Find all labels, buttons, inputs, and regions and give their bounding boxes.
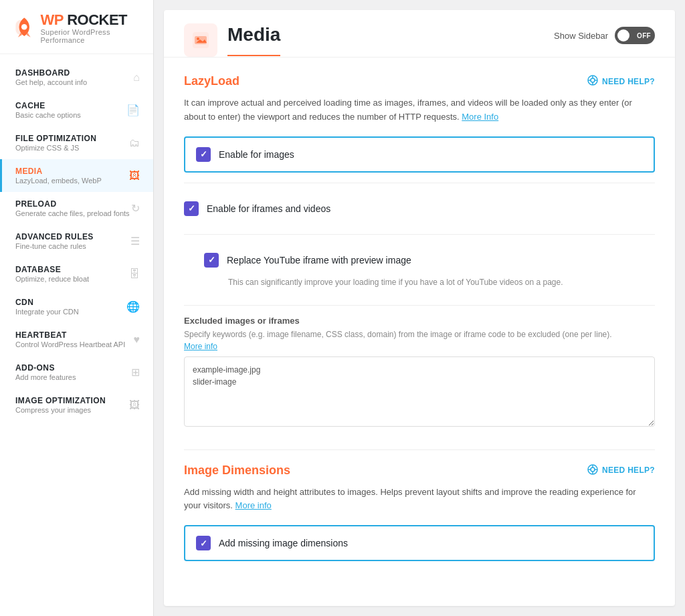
sidebar-toggle-area: Show Sidebar OFF	[554, 27, 655, 54]
replace-youtube-desc: This can significantly improve your load…	[204, 278, 563, 287]
excluded-title: Excluded images or iframes	[184, 316, 655, 326]
lazyload-need-help-text: NEED HELP?	[602, 77, 655, 86]
svg-point-4	[197, 37, 199, 40]
page-title: Media	[227, 24, 280, 56]
nav-label-advanced-rules: ADVANCED RULES	[15, 232, 94, 241]
replace-youtube-option[interactable]: ✓ Replace YouTube iframe with preview im…	[184, 245, 655, 295]
nav-label-add-ons: ADD-ONS	[15, 363, 76, 373]
divider-3	[184, 305, 655, 306]
replace-youtube-label: Replace YouTube iframe with preview imag…	[227, 255, 411, 266]
image-optimization-icon: 🖼	[129, 399, 140, 411]
excluded-section: Excluded images or iframes Specify keywo…	[184, 316, 655, 429]
sidebar-item-file-optimization[interactable]: FILE OPTIMIZATION Optimize CSS & JS 🗂	[0, 126, 153, 159]
sidebar-item-advanced-rules[interactable]: ADVANCED RULES Fine-tune cache rules ☰	[0, 225, 153, 258]
lazyload-title: LazyLoad	[184, 74, 239, 88]
cdn-icon: 🌐	[126, 300, 140, 313]
page-body: LazyLoad NEED HELP?	[164, 58, 675, 583]
nav-label-file-optimization: FILE OPTIMIZATION	[15, 134, 96, 143]
sidebar-item-preload[interactable]: PRELOAD Generate cache files, preload fo…	[0, 192, 153, 225]
nav-sublabel-advanced-rules: Fine-tune cache rules	[15, 242, 94, 250]
lazyload-desc-text: It can improve actual and perceived load…	[184, 98, 632, 122]
lazyload-section-header: LazyLoad NEED HELP?	[184, 74, 655, 88]
enable-iframes-label: Enable for iframes and videos	[207, 203, 330, 214]
excluded-desc-text: Specify keywords (e.g. image filename, C…	[184, 330, 612, 339]
nav-sublabel-file-optimization: Optimize CSS & JS	[15, 144, 96, 152]
excluded-description: Specify keywords (e.g. image filename, C…	[184, 328, 655, 352]
lazyload-need-help[interactable]: NEED HELP?	[587, 75, 655, 88]
nav-label-database: DATABASE	[15, 265, 89, 274]
image-dimensions-section: Image Dimensions NEED HELP?	[184, 449, 655, 562]
sidebar-toggle-label: Show Sidebar	[554, 31, 608, 41]
enable-iframes-option[interactable]: ✓ Enable for iframes and videos	[184, 193, 655, 224]
nav-sublabel-media: LazyLoad, embeds, WebP	[15, 177, 102, 185]
nav-label-cache: CACHE	[15, 101, 81, 110]
add-ons-icon: ⊞	[131, 366, 140, 379]
nav-sublabel-dashboard: Get help, account info	[15, 78, 87, 86]
database-icon: 🗄	[129, 268, 140, 280]
page-icon	[184, 23, 217, 57]
divider	[184, 183, 655, 183]
enable-images-label: Enable for images	[219, 149, 294, 160]
page-title-row: Media	[184, 23, 280, 57]
logo-wp-text: WP ROCKET	[40, 12, 140, 28]
heartbeat-icon: ♥	[134, 334, 140, 346]
nav-label-image-optimization: IMAGE OPTIMIZATION	[15, 396, 106, 405]
image-dimensions-more-info-link[interactable]: More info	[235, 500, 272, 510]
advanced-rules-icon: ☰	[130, 235, 140, 247]
sidebar-item-image-optimization[interactable]: IMAGE OPTIMIZATION Compress your images …	[0, 389, 153, 421]
nav-label-preload: PRELOAD	[15, 199, 130, 209]
cache-icon: 📄	[126, 104, 140, 116]
nav-sublabel-preload: Generate cache files, preload fonts	[15, 209, 130, 217]
nav-sublabel-cache: Basic cache options	[15, 111, 81, 119]
sidebar-item-heartbeat[interactable]: HEARTBEAT Control WordPress Heartbeat AP…	[0, 323, 153, 356]
enable-images-option[interactable]: ✓ Enable for images	[184, 136, 655, 173]
sidebar-item-add-ons[interactable]: ADD-ONS Add more features ⊞	[0, 356, 153, 389]
sidebar-item-database[interactable]: DATABASE Optimize, reduce bloat 🗄	[0, 258, 153, 290]
add-dimensions-label: Add missing image dimensions	[219, 538, 348, 548]
sidebar-item-dashboard[interactable]: DASHBOARD Get help, account info ⌂	[0, 61, 153, 94]
nav-sublabel-image-optimization: Compress your images	[15, 406, 106, 414]
svg-point-6	[591, 78, 595, 82]
toggle-circle	[617, 29, 629, 41]
lazyload-more-info-link[interactable]: More Info	[462, 112, 498, 122]
replace-youtube-checkbox[interactable]: ✓	[204, 253, 219, 268]
checkmark-icon-iframes: ✓	[188, 203, 195, 213]
page-header: Media Show Sidebar OFF	[164, 10, 675, 58]
checkmark-icon-dimensions: ✓	[200, 538, 207, 548]
image-dimensions-need-help-text: NEED HELP?	[602, 466, 655, 475]
add-dimensions-checkbox[interactable]: ✓	[196, 536, 211, 550]
sidebar-navigation: DASHBOARD Get help, account info ⌂ CACHE…	[0, 54, 153, 616]
dashboard-icon: ⌂	[133, 72, 140, 84]
replace-youtube-main: ✓ Replace YouTube iframe with preview im…	[204, 253, 411, 268]
excluded-more-info-link[interactable]: More info	[184, 342, 217, 351]
sidebar-item-cache[interactable]: CACHE Basic cache options 📄	[0, 94, 153, 126]
logo-rocket-icon	[13, 13, 35, 43]
media-icon: 🖼	[129, 170, 140, 182]
need-help-icon-dimensions	[587, 464, 598, 477]
enable-iframes-checkbox[interactable]: ✓	[184, 201, 199, 216]
divider-2	[184, 234, 655, 235]
sidebar-toggle-switch[interactable]: OFF	[615, 27, 655, 44]
sidebar: WP ROCKET Superior WordPress Performance…	[0, 0, 154, 616]
checkmark-icon: ✓	[200, 149, 207, 159]
image-dimensions-description: Add missing width and height attributes …	[184, 486, 655, 514]
excluded-textarea[interactable]: example-image.jpg slider-image	[184, 356, 655, 427]
image-dimensions-title: Image Dimensions	[184, 464, 290, 478]
sidebar-item-media[interactable]: MEDIA LazyLoad, embeds, WebP 🖼	[0, 159, 153, 192]
image-dimensions-need-help[interactable]: NEED HELP?	[587, 464, 655, 477]
nav-label-cdn: CDN	[15, 298, 79, 307]
nav-sublabel-database: Optimize, reduce bloat	[15, 275, 89, 283]
lazyload-description: It can improve actual and perceived load…	[184, 96, 655, 124]
nav-label-dashboard: DASHBOARD	[15, 68, 87, 78]
nav-label-media: MEDIA	[15, 167, 102, 176]
sidebar-item-cdn[interactable]: CDN Integrate your CDN 🌐	[0, 290, 153, 323]
need-help-icon	[587, 75, 598, 88]
logo-tagline: Superior WordPress Performance	[40, 28, 140, 44]
toggle-state-text: OFF	[637, 32, 651, 39]
checkmark-icon-youtube: ✓	[208, 255, 215, 265]
file-optimization-icon: 🗂	[129, 137, 140, 149]
image-dimensions-header: Image Dimensions NEED HELP?	[184, 464, 655, 478]
enable-images-checkbox[interactable]: ✓	[196, 147, 211, 162]
add-dimensions-option[interactable]: ✓ Add missing image dimensions	[184, 525, 655, 561]
preload-icon: ↻	[131, 202, 140, 215]
